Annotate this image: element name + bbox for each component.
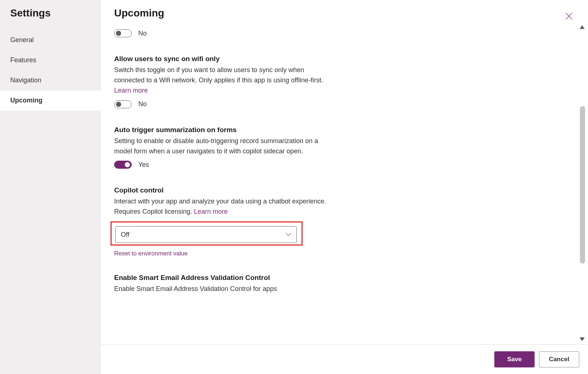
sidebar-item-features[interactable]: Features [0, 50, 101, 70]
page-title: Upcoming [114, 7, 563, 19]
scroll-up-button[interactable] [578, 23, 586, 31]
caret-up-icon [580, 25, 585, 29]
save-button[interactable]: Save [494, 351, 535, 367]
wifi-sync-desc: Switch this toggle on if you want to all… [114, 65, 326, 96]
copilot-learn-more-link[interactable]: Learn more [194, 208, 228, 215]
sidebar-item-navigation[interactable]: Navigation [0, 70, 101, 90]
copilot-desc: Interact with your app and analyze your … [114, 197, 326, 217]
close-icon [565, 12, 573, 20]
scrollbar-thumb[interactable] [580, 106, 585, 263]
scrollbar-track[interactable] [580, 33, 585, 333]
copilot-reset-link[interactable]: Reset to environment value [114, 250, 188, 257]
wifi-sync-title: Allow users to sync on wifi only [114, 55, 326, 63]
wifi-sync-desc-text: Switch this toggle on if you want to all… [114, 66, 323, 84]
toggle-knob [116, 31, 121, 36]
settings-sidebar: Settings General Features Navigation Upc… [0, 0, 101, 374]
wifi-sync-toggle[interactable] [114, 100, 132, 108]
unknown-setting-toggle[interactable] [114, 29, 132, 37]
close-button[interactable] [563, 10, 575, 22]
chevron-down-icon [285, 233, 291, 236]
sidebar-item-upcoming[interactable]: Upcoming [0, 90, 101, 111]
cancel-button[interactable]: Cancel [539, 351, 579, 367]
main-panel: Upcoming [101, 0, 588, 374]
toggle-knob [116, 102, 121, 107]
copilot-select[interactable]: Off [115, 226, 297, 243]
auto-summarize-toggle-label: Yes [138, 161, 149, 169]
caret-down-icon [580, 337, 585, 341]
toggle-knob [125, 162, 130, 167]
wifi-sync-toggle-label: No [138, 100, 147, 108]
sidebar-title: Settings [0, 7, 101, 30]
auto-summarize-desc: Setting to enable or disable auto-trigge… [114, 136, 326, 157]
auto-summarize-title: Auto trigger summarization on forms [114, 126, 326, 134]
wifi-sync-learn-more-link[interactable]: Learn more [114, 87, 148, 94]
copilot-select-value: Off [121, 231, 130, 239]
copilot-select-highlight: Off [111, 221, 303, 246]
footer: Save Cancel [101, 344, 588, 374]
scroll-down-button[interactable] [578, 336, 586, 343]
sidebar-item-general[interactable]: General [0, 30, 101, 50]
smart-email-title: Enable Smart Email Address Validation Co… [114, 274, 326, 282]
smart-email-desc: Enable Smart Email Address Validation Co… [114, 284, 326, 294]
copilot-title: Copilot control [114, 186, 326, 194]
unknown-setting-toggle-label: No [138, 30, 147, 37]
auto-summarize-toggle[interactable] [114, 161, 132, 169]
